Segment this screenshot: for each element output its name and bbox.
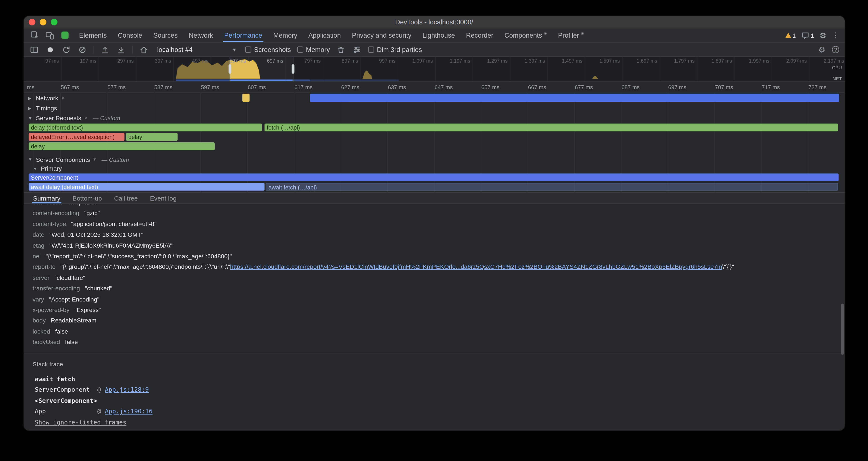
tab-sources[interactable]: Sources [148,28,183,42]
close-window-button[interactable] [29,19,35,25]
stack-frames: await fetchServerComponent@App.js:128:9<… [24,374,845,417]
tab-lighthouse[interactable]: Lighthouse [417,28,461,42]
tab-label: Components [504,31,542,39]
details-tab-event-log[interactable]: Event log [144,193,183,203]
record-icon[interactable] [45,45,55,55]
header-row: content-encoding"gzip" [32,208,844,219]
tab-performance[interactable]: Performance [219,28,268,42]
live-metrics-home-icon[interactable] [139,45,149,55]
header-value-link[interactable]: https://a.nel.cloudflare.com/report/v4?s… [230,263,722,270]
ruler-label: 687 ms [622,84,640,90]
record-and-reload-icon[interactable] [61,45,71,55]
custom-track-badge-icon: ✳ [61,95,65,100]
extension-icon[interactable] [60,30,70,40]
custom-track-badge-icon: ✳ [93,157,97,162]
track-header-server-components[interactable]: ▼Server Components✳— Custom [28,154,129,164]
flame-entry[interactable] [310,94,839,102]
history-dropdown[interactable]: localhost #4 ▼ [155,45,239,55]
header-row: server"cloudflare" [32,272,844,283]
ruler-label: 707 ms [715,84,733,90]
tab-components[interactable]: Components✳ [499,28,553,42]
flame-entry-delay[interactable]: delay [29,142,215,150]
window-titlebar[interactable]: DevTools - localhost:3000/ [24,16,845,28]
header-value: "W/\"4b1-RjEJloX9kRinu6F0MAZMmy6E5iA\"" [49,242,175,249]
track-header-server-requests[interactable]: ▼Server Requests✳— Custom [28,113,120,123]
track-suffix: — Custom [93,115,120,121]
traffic-lights [29,16,58,28]
flame-chart[interactable]: ▶Network✳▶Timings▼Server Requests✳— Cust… [24,93,845,192]
header-value: "{\"group\":\"cf-nel\",\"max_age\":60480… [61,263,734,270]
timeline-overview[interactable]: 97 ms197 ms297 ms397 ms497 ms597 ms697 m… [24,57,845,82]
screenshots-checkbox[interactable]: Screenshots [245,46,291,54]
capture-settings-gear-icon[interactable]: ⚙ [818,46,826,54]
flame-entry-delay[interactable]: delay [126,133,178,141]
clear-icon[interactable] [77,45,87,55]
flame-entry-await-fetch-api[interactable]: await fetch (…/api) [266,183,838,191]
inspect-element-icon[interactable] [30,30,40,40]
tab-application[interactable]: Application [303,28,346,42]
details-tab-call-tree[interactable]: Call tree [108,193,144,203]
toggle-insights-sidebar-icon[interactable] [29,45,39,55]
overview-right-handle[interactable] [292,64,294,74]
throttling-settings-icon[interactable] [352,45,362,55]
details-scrollbar-thumb[interactable] [841,304,844,354]
track-header-timings[interactable]: ▶Timings [28,103,57,113]
stack-frame-location-link[interactable]: App.js:190:16 [105,408,153,415]
checkbox-box [245,47,251,53]
flame-entry-await-delay-deferred-text[interactable]: await delay (deferred text) [29,183,265,191]
issues-indicator[interactable]: 1 [801,31,814,39]
save-profile-icon[interactable] [116,45,126,55]
memory-checkbox[interactable]: Memory [297,46,330,54]
tab-console[interactable]: Console [112,28,148,42]
overview-left-handle[interactable] [228,64,231,74]
zoom-window-button[interactable] [51,19,58,25]
warnings-indicator[interactable]: 1 [785,32,796,38]
flame-entry[interactable] [242,94,250,102]
track-label: Server Components [36,156,90,163]
header-key: content-type [32,221,66,227]
flame-entry-delayederror-ayed-exception[interactable]: delayedError (…ayed exception) [29,133,124,141]
track-header-primary[interactable]: ▼Primary [33,164,62,173]
device-toolbar-icon[interactable] [44,30,55,40]
tab-network[interactable]: Network [183,28,219,42]
tab-elements[interactable]: Elements [73,28,112,42]
flame-row-spacer [24,151,845,154]
ruler-label: 607 ms [248,84,266,90]
show-ignore-listed-frames-link[interactable]: Show ignore-listed frames [35,419,126,426]
collect-garbage-icon[interactable] [336,45,346,55]
details-tab-bottom-up[interactable]: Bottom-up [66,193,108,203]
flame-row: await delay (deferred text)await fetch (… [24,182,845,192]
tab-privacy-and-security[interactable]: Privacy and security [346,28,417,42]
devtools-window: DevTools - localhost:3000/ ElementsConso… [24,16,845,431]
toolbar-separator [94,46,94,54]
tab-recorder[interactable]: Recorder [461,28,499,42]
tabbar-right-icons: 1 1 ⚙ ⋮ [785,28,845,42]
flame-row: delayedError (…ayed exception)delay [24,132,845,142]
ruler-label: 727 ms [808,84,827,90]
ruler-label: 617 ms [294,84,312,90]
help-icon[interactable]: ? [832,46,839,53]
flame-rows: ▶Network✳▶Timings▼Server Requests✳— Cust… [24,93,845,192]
ruler-label: 597 ms [201,84,219,90]
history-dropdown-value: localhost #4 [157,46,193,54]
flame-entry-delay-deferred-text[interactable]: delay (deferred text) [29,123,261,131]
net-lane-label: NET [832,76,843,82]
tab-memory[interactable]: Memory [268,28,303,42]
details-tab-summary[interactable]: Summary [27,193,67,203]
flame-entry-servercomponent[interactable]: ServerComponent [29,173,839,181]
tab-label: Recorder [466,31,493,39]
message-bubble-icon [801,31,809,39]
tab-label: Application [308,31,341,39]
settings-gear-icon[interactable]: ⚙ [819,31,827,39]
track-header-network[interactable]: ▶Network✳ [28,93,65,103]
tab-profiler[interactable]: Profiler✳ [553,28,589,42]
stack-frame: App@App.js:190:16 [35,406,845,417]
load-profile-icon[interactable] [100,45,110,55]
flame-row: ▶Timings [24,103,845,113]
dim-3rd-parties-checkbox[interactable]: Dim 3rd parties [368,46,422,54]
stack-frame-location-link[interactable]: App.js:128:9 [105,386,149,394]
kebab-menu-icon[interactable]: ⋮ [832,31,839,39]
flame-entry-fetch-api[interactable]: fetch (…/api) [265,123,838,131]
ruler-label: 657 ms [482,84,500,90]
minimize-window-button[interactable] [40,19,46,25]
